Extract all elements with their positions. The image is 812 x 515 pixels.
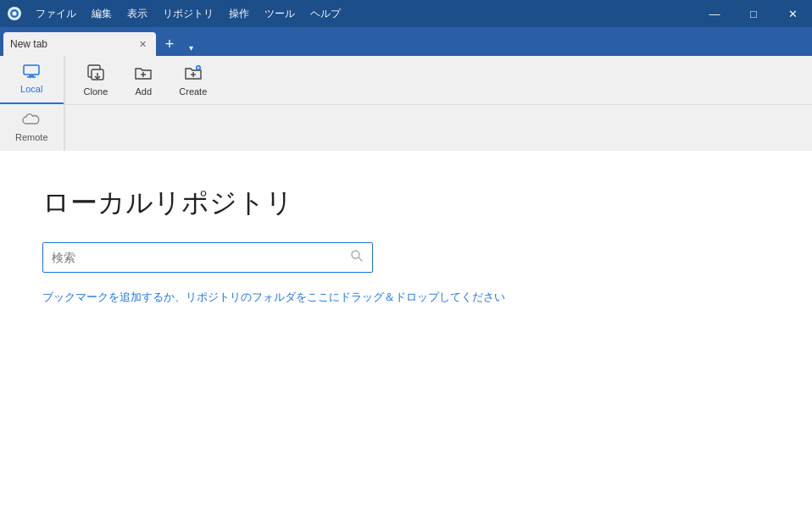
minimize-button[interactable]: —: [695, 0, 734, 27]
svg-rect-3: [24, 65, 39, 75]
tab-dropdown-button[interactable]: ▾: [182, 39, 199, 56]
add-folder-icon: [134, 64, 153, 84]
main-content: ローカルリポジトリ ブックマークを追加するか、リポジトリのフォルダをここにドラッ…: [0, 151, 812, 515]
add-button[interactable]: Add: [120, 59, 167, 102]
create-icon: [184, 64, 203, 84]
maximize-button[interactable]: □: [734, 0, 773, 27]
tab-label: New tab: [10, 38, 131, 50]
page-title: ローカルリポジトリ: [42, 185, 770, 222]
add-label: Add: [135, 86, 152, 97]
menu-view[interactable]: 表示: [120, 3, 154, 25]
svg-point-2: [13, 12, 17, 16]
menu-file[interactable]: ファイル: [29, 3, 83, 25]
left-nav: Local Remote: [0, 56, 64, 151]
titlebar: ファイル 編集 表示 リポジトリ 操作 ツール ヘルプ — □ ✕: [0, 0, 812, 27]
search-icon: [350, 249, 364, 266]
nav-tab-local[interactable]: Local: [0, 56, 64, 104]
close-button[interactable]: ✕: [773, 0, 812, 27]
active-tab[interactable]: New tab ✕: [3, 32, 156, 56]
new-tab-button[interactable]: +: [158, 32, 181, 56]
menu-tools[interactable]: ツール: [258, 3, 302, 25]
nav-tab-remote-label: Remote: [15, 132, 48, 142]
nav-tab-local-label: Local: [20, 84, 42, 94]
titlebar-controls: — □ ✕: [695, 0, 812, 27]
menu-help[interactable]: ヘルプ: [303, 3, 348, 25]
menu-bar: ファイル 編集 表示 リポジトリ 操作 ツール ヘルプ: [29, 3, 348, 25]
content-area: ローカルリポジトリ ブックマークを追加するか、リポジトリのフォルダをここにドラッ…: [0, 151, 812, 515]
search-box: [42, 242, 373, 273]
toolbar: Clone Add: [65, 56, 812, 105]
monitor-icon: [23, 64, 40, 81]
clone-label: Clone: [84, 86, 108, 97]
menu-edit[interactable]: 編集: [85, 3, 119, 25]
menu-repo[interactable]: リポジトリ: [156, 3, 220, 25]
cloud-icon: [22, 113, 41, 130]
titlebar-left: ファイル 編集 表示 リポジトリ 操作 ツール ヘルプ: [7, 3, 348, 25]
tabbar: New tab ✕ + ▾: [0, 27, 812, 56]
clone-icon: [86, 64, 105, 84]
create-button[interactable]: Create: [167, 59, 219, 102]
nav-tab-remote[interactable]: Remote: [0, 104, 64, 151]
tab-close-button[interactable]: ✕: [136, 37, 149, 51]
toolbar-area: Local Remote: [0, 56, 812, 151]
app-logo: [7, 6, 22, 21]
create-label: Create: [179, 86, 207, 97]
search-input[interactable]: [52, 251, 350, 264]
menu-action[interactable]: 操作: [222, 3, 256, 25]
clone-button[interactable]: Clone: [72, 59, 120, 102]
hint-text[interactable]: ブックマークを追加するか、リポジトリのフォルダをここにドラッグ＆ドロップしてくだ…: [42, 290, 770, 305]
svg-line-18: [359, 258, 362, 261]
